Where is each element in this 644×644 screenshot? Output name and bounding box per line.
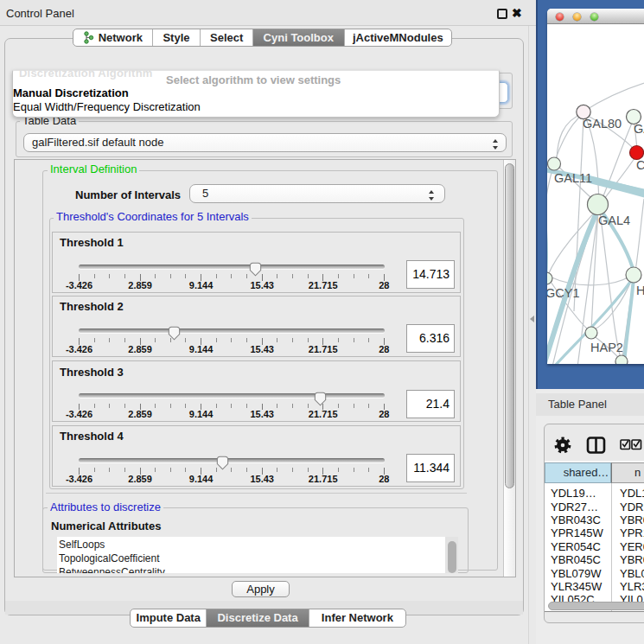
svg-text:GAL4: GAL4 [598,214,630,227]
svg-text:GCY1: GCY1 [547,286,580,300]
svg-text:HAP2: HAP2 [590,341,623,354]
svg-text:C: C [636,158,644,172]
svg-text:GA: GA [634,122,644,136]
svg-text:GAL80: GAL80 [583,117,622,131]
svg-text:GAL11: GAL11 [554,171,592,185]
svg-text:H: H [636,284,644,297]
